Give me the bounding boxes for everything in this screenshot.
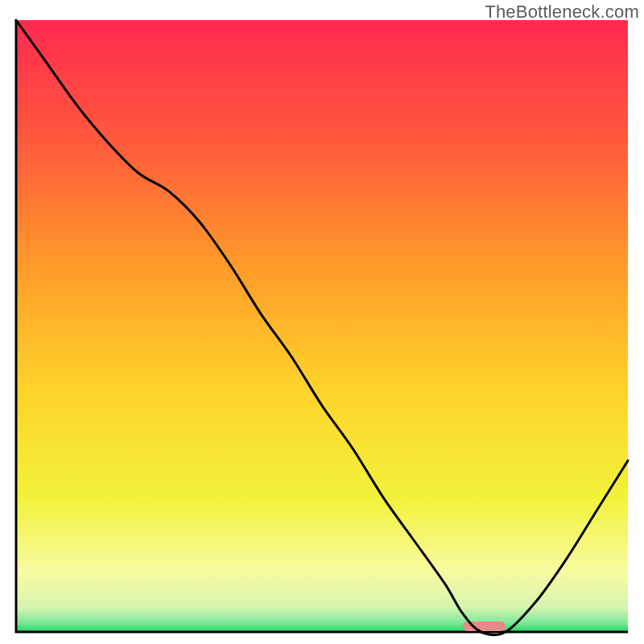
- watermark-text: TheBottleneck.com: [485, 2, 639, 23]
- chart-container: TheBottleneck.com: [0, 0, 644, 644]
- bottleneck-chart: [0, 0, 644, 644]
- plot-background: [16, 20, 628, 632]
